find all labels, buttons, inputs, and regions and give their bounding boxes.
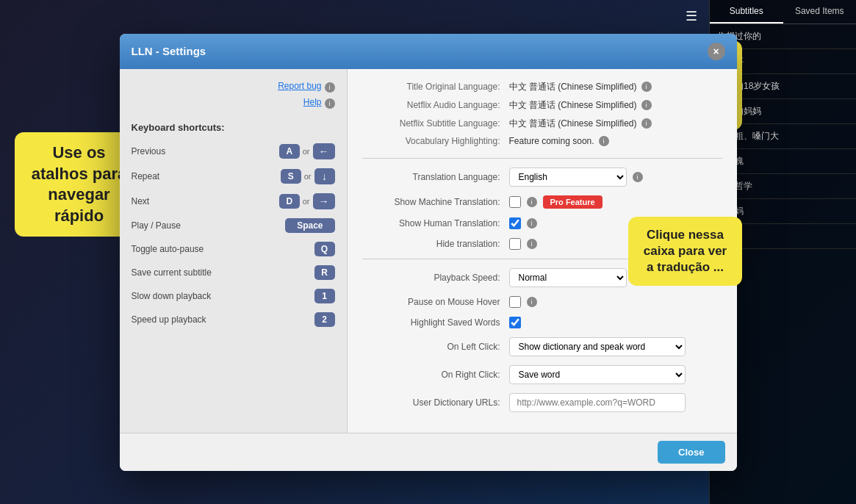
modal-footer: Close <box>120 433 737 471</box>
info-row-audio-lang: Netflix Audio Language: 中文 普通话 (Chinese … <box>362 99 722 112</box>
report-bug-link[interactable]: Report bug <box>278 81 321 91</box>
shortcut-play-pause-label: Play / Pause <box>132 220 181 231</box>
shortcut-slow-down-label: Slow down playback <box>132 291 212 301</box>
shortcut-speed-up: Speed up playback 2 <box>132 312 335 327</box>
close-button[interactable]: Close <box>658 441 724 464</box>
divider-1 <box>362 158 722 159</box>
shortcut-play-pause-keys: Space <box>285 218 334 233</box>
key-down-arrow: ↓ <box>314 168 335 184</box>
panel-links: Report bug i Help i <box>132 81 335 110</box>
setting-pause-hover: Pause on Mouse Hover i <box>362 296 722 308</box>
machine-translation-label: Show Machine Translation: <box>362 197 509 207</box>
left-click-label: On Left Click: <box>362 342 509 352</box>
dictionary-urls-control <box>509 393 722 412</box>
shortcut-previous-keys: A or ← <box>279 143 335 159</box>
human-translation-label: Show Human Translation: <box>362 218 509 228</box>
translation-lang-select[interactable]: English Portuguese Spanish French <box>509 168 627 187</box>
key-2: 2 <box>314 312 335 327</box>
key-space: Space <box>285 218 334 233</box>
shortcut-previous: Previous A or ← <box>132 143 335 159</box>
setting-right-click: On Right Click: Save word Nothing Show d… <box>362 365 722 384</box>
keyboard-shortcuts-title: Keyboard shortcuts: <box>132 122 335 133</box>
shortcut-next-keys: D or → <box>279 193 335 209</box>
pause-hover-control: i <box>509 296 722 308</box>
shortcut-play-pause: Play / Pause Space <box>132 218 335 233</box>
shortcut-next-label: Next <box>132 196 150 206</box>
shortcut-repeat: Repeat S or ↓ <box>132 168 335 184</box>
dictionary-urls-input[interactable] <box>509 393 686 412</box>
shortcut-slow-down-keys: 1 <box>314 289 335 303</box>
pause-hover-info-icon[interactable]: i <box>527 297 537 307</box>
shortcut-repeat-label: Repeat <box>132 171 160 181</box>
info-row-title-lang: Title Original Language: 中文 普通话 (Chinese… <box>362 81 722 93</box>
help-link[interactable]: Help <box>303 97 322 107</box>
tooltip-middle: Clique nessa caixa para ver a tradução .… <box>628 217 742 286</box>
machine-translation-checkbox[interactable] <box>509 196 521 208</box>
subtitle-lang-info-icon[interactable]: i <box>641 118 652 129</box>
translation-lang-control: English Portuguese Spanish French i <box>509 168 722 187</box>
setting-left-click: On Left Click: Show dictionary and speak… <box>362 337 722 356</box>
key-r: R <box>314 265 335 280</box>
setting-machine-translation: Show Machine Translation: i Pro Feature <box>362 195 722 209</box>
subtitle-lang-value: 中文 普通话 (Chinese Simplified) i <box>509 118 722 130</box>
highlight-words-label: Highlight Saved Words <box>362 317 509 328</box>
help-info-icon[interactable]: i <box>325 98 335 109</box>
shortcut-toggle-autopause-label: Toggle auto-pause <box>132 244 204 254</box>
key-right-arrow: → <box>313 193 335 209</box>
key-s: S <box>281 169 301 184</box>
key-or-2: or <box>304 172 312 181</box>
left-panel: Report bug i Help i Keyboard shortcuts: … <box>120 69 348 433</box>
subtitle-lang-label: Netflix Subtitle Language: <box>362 118 509 129</box>
report-bug-info-icon[interactable]: i <box>325 82 335 93</box>
right-click-control: Save word Nothing Show dictionary <box>509 365 722 384</box>
hide-translation-checkbox[interactable] <box>509 238 521 250</box>
key-q: Q <box>314 242 335 256</box>
info-section: Title Original Language: 中文 普通话 (Chinese… <box>362 81 722 146</box>
translation-lang-label: Translation Language: <box>362 172 509 182</box>
shortcut-save-subtitle: Save current subtitle R <box>132 265 335 280</box>
modal-close-button[interactable]: × <box>708 43 725 60</box>
dictionary-urls-label: User Dictionary URLs: <box>362 397 509 408</box>
right-click-select[interactable]: Save word Nothing Show dictionary <box>509 365 686 384</box>
setting-translation-lang: Translation Language: English Portuguese… <box>362 168 722 187</box>
shortcut-next: Next D or → <box>132 193 335 209</box>
key-d: D <box>279 194 300 209</box>
vocab-info-icon[interactable]: i <box>599 136 609 146</box>
pause-hover-label: Pause on Mouse Hover <box>362 297 509 307</box>
key-1: 1 <box>314 289 335 303</box>
human-translation-checkbox[interactable] <box>509 217 521 229</box>
hide-translation-info-icon[interactable]: i <box>527 239 537 249</box>
shortcut-repeat-keys: S or ↓ <box>281 168 335 184</box>
shortcut-speed-up-label: Speed up playback <box>132 314 206 325</box>
key-left-arrow: ← <box>313 143 335 159</box>
shortcut-toggle-autopause-keys: Q <box>314 242 335 256</box>
pause-hover-checkbox[interactable] <box>509 296 521 308</box>
left-click-control: Show dictionary and speak word Speak wor… <box>509 337 722 356</box>
human-translation-info-icon[interactable]: i <box>527 218 537 228</box>
shortcut-save-subtitle-keys: R <box>314 265 335 280</box>
info-row-vocab: Vocabulary Highlighting: Feature coming … <box>362 136 722 146</box>
highlight-words-control <box>509 317 722 328</box>
audio-lang-label: Netflix Audio Language: <box>362 100 509 110</box>
title-lang-info-icon[interactable]: i <box>641 82 652 92</box>
playback-speed-select[interactable]: Normal 0.5x 0.75x 1.25x 1.5x 2x <box>509 268 627 287</box>
highlight-words-checkbox[interactable] <box>509 317 521 328</box>
title-lang-value: 中文 普通话 (Chinese Simplified) i <box>509 81 722 93</box>
modal-header: LLN - Settings × <box>120 34 737 69</box>
key-or-3: or <box>303 197 310 206</box>
key-a: A <box>279 144 300 159</box>
shortcut-slow-down: Slow down playback 1 <box>132 289 335 303</box>
shortcut-toggle-autopause: Toggle auto-pause Q <box>132 242 335 256</box>
pro-feature-badge: Pro Feature <box>543 195 603 209</box>
machine-translation-info-icon[interactable]: i <box>527 197 537 207</box>
audio-lang-info-icon[interactable]: i <box>641 100 652 110</box>
translation-lang-info-icon[interactable]: i <box>633 172 643 182</box>
shortcut-save-subtitle-label: Save current subtitle <box>132 267 212 278</box>
key-or: or <box>303 147 310 156</box>
title-lang-label: Title Original Language: <box>362 82 509 92</box>
shortcut-previous-label: Previous <box>132 146 166 156</box>
info-row-subtitle-lang: Netflix Subtitle Language: 中文 普通话 (Chine… <box>362 118 722 130</box>
modal-title: LLN - Settings <box>132 45 206 57</box>
playback-speed-label: Playback Speed: <box>362 273 509 283</box>
left-click-select[interactable]: Show dictionary and speak word Speak wor… <box>509 337 686 356</box>
